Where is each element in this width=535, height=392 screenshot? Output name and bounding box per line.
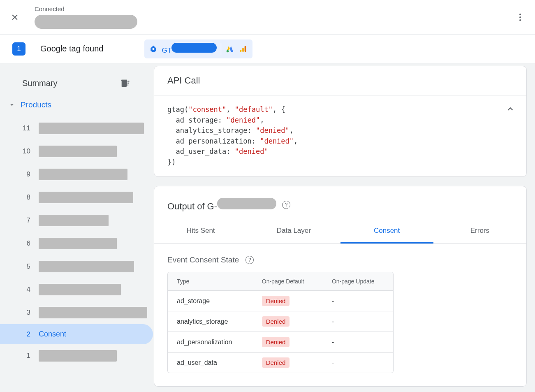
top-bar: Connected (0, 0, 535, 35)
timeline-item-8[interactable]: 8 (0, 186, 153, 209)
consent-default-cell: Denied (253, 353, 323, 373)
denied-badge: Denied (262, 296, 290, 306)
consent-type-cell: ad_personalization (168, 332, 253, 353)
consent-default-cell: Denied (253, 311, 323, 332)
timeline-num: 5 (22, 262, 30, 271)
gtag-icon (149, 45, 157, 53)
connection-block: Connected (35, 5, 137, 29)
timeline-item-3[interactable]: 3 (0, 301, 153, 324)
svg-rect-7 (122, 81, 127, 87)
timeline-item-9[interactable]: 9 (0, 163, 153, 186)
clear-all-icon[interactable] (119, 77, 131, 89)
timeline-num: 9 (22, 170, 30, 179)
timeline-num: 11 (22, 124, 30, 132)
consent-type-cell: analytics_storage (168, 311, 253, 332)
timeline-num: 8 (22, 193, 30, 202)
summary-row[interactable]: Summary (0, 73, 153, 93)
chevron-up-icon[interactable] (506, 104, 515, 117)
table-row: ad_storageDenied- (168, 291, 393, 311)
timeline-item-6[interactable]: 6 (0, 232, 153, 255)
tag-status-bar: 1 Google tag found GT (0, 35, 535, 63)
timeline-num: 7 (22, 216, 30, 225)
redacted-event-name (39, 284, 121, 295)
google-ads-icon (225, 44, 234, 53)
table-row: ad_user_dataDenied- (168, 353, 393, 373)
output-tabs: Hits SentData LayerConsentErrors (154, 219, 526, 244)
timeline-num: 4 (22, 285, 30, 294)
api-call-card: API Call gtag("consent", "default", { ad… (154, 66, 527, 177)
svg-point-3 (227, 50, 229, 52)
timeline-item-5[interactable]: 5 (0, 255, 153, 278)
timeline-list: 111098765432Consent1 (0, 117, 153, 367)
redacted-event-name (39, 261, 134, 272)
chip-separator (221, 43, 221, 55)
consent-update-cell: - (323, 311, 393, 332)
redacted-event-name (39, 192, 133, 203)
redacted-event-name (39, 215, 109, 226)
redacted-event-name (39, 307, 147, 318)
redacted-event-name (39, 146, 117, 157)
table-header: On-page Default (253, 272, 323, 291)
timeline-label: Consent (39, 330, 66, 339)
sidebar: Summary Products 111098765432Consent1 (0, 63, 153, 392)
denied-badge: Denied (262, 316, 290, 327)
consent-table: TypeOn-page DefaultOn-page Update ad_sto… (167, 272, 394, 373)
main-area: Summary Products 111098765432Consent1 AP… (0, 63, 535, 392)
timeline-num: 6 (22, 239, 30, 248)
tag-found-label: Google tag found (40, 44, 103, 53)
svg-rect-5 (242, 48, 244, 52)
caret-down-icon (8, 101, 16, 109)
tag-chip[interactable]: GT (144, 39, 252, 58)
table-row: ad_personalizationDenied- (168, 332, 393, 353)
svg-rect-8 (121, 80, 127, 81)
consent-default-cell: Denied (253, 332, 323, 353)
svg-rect-4 (240, 49, 242, 52)
tab-data-layer[interactable]: Data Layer (247, 219, 340, 244)
svg-point-2 (153, 48, 155, 50)
more-menu-icon[interactable] (515, 12, 525, 22)
timeline-item-1[interactable]: 1 (0, 344, 153, 367)
consent-update-cell: - (323, 332, 393, 353)
redacted-measurement-id (217, 198, 276, 209)
denied-badge: Denied (262, 337, 290, 347)
summary-label: Summary (22, 79, 58, 88)
redacted-event-name (39, 169, 127, 180)
consent-update-cell: - (323, 291, 393, 311)
consent-heading-text: Event Consent State (167, 255, 239, 264)
table-row: analytics_storageDenied- (168, 311, 393, 332)
api-call-code: gtag("consent", "default", { ad_storage:… (154, 95, 526, 176)
timeline-item-4[interactable]: 4 (0, 278, 153, 301)
timeline-item-2[interactable]: 2Consent (0, 324, 153, 344)
output-card: Output of G- ? Hits SentData LayerConsen… (154, 186, 527, 387)
connection-status: Connected (35, 5, 137, 12)
redacted-event-name (39, 238, 117, 249)
consent-type-cell: ad_storage (168, 291, 253, 311)
timeline-num: 10 (22, 147, 30, 155)
tab-consent[interactable]: Consent (340, 219, 433, 244)
consent-section: Event Consent State ? TypeOn-page Defaul… (154, 244, 526, 386)
google-analytics-icon (239, 44, 248, 53)
timeline-item-7[interactable]: 7 (0, 209, 153, 232)
consent-state-heading: Event Consent State ? (167, 255, 513, 264)
output-header: Output of G- ? (154, 186, 526, 212)
tab-hits-sent[interactable]: Hits Sent (154, 219, 247, 244)
tab-errors[interactable]: Errors (433, 219, 526, 244)
api-call-title: API Call (154, 66, 526, 95)
consent-default-cell: Denied (253, 291, 323, 311)
table-header: On-page Update (323, 272, 393, 291)
close-icon[interactable] (10, 12, 20, 22)
table-header: Type (168, 272, 253, 291)
help-icon[interactable]: ? (282, 201, 290, 209)
denied-badge: Denied (262, 357, 290, 368)
timeline-item-10[interactable]: 10 (0, 140, 153, 163)
products-label: Products (21, 100, 51, 109)
tag-count-badge: 1 (12, 42, 25, 56)
products-section-header[interactable]: Products (0, 93, 153, 117)
timeline-item-11[interactable]: 11 (0, 117, 153, 140)
gt-prefix: GT (162, 46, 171, 54)
timeline-num: 2 (22, 330, 30, 339)
timeline-num: 3 (22, 308, 30, 317)
help-icon[interactable]: ? (245, 256, 254, 264)
output-title-prefix: Output of G- (167, 201, 217, 211)
redacted-url (35, 15, 137, 29)
